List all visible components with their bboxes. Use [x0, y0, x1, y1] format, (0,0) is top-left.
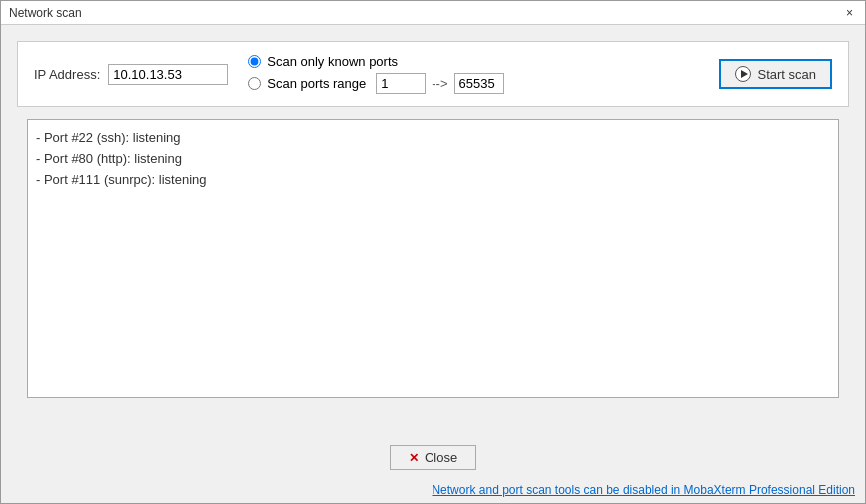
play-icon — [735, 66, 751, 82]
footer-link[interactable]: Network and port scan tools can be disab… — [432, 483, 855, 497]
play-triangle-icon — [741, 70, 748, 78]
window-close-button[interactable]: × — [842, 7, 857, 19]
title-bar: Network scan × — [1, 1, 865, 25]
known-ports-label[interactable]: Scan only known ports — [267, 54, 398, 69]
ip-label: IP Address: — [34, 67, 100, 82]
known-ports-radio[interactable] — [248, 55, 261, 68]
range-end-input[interactable] — [454, 73, 504, 94]
ip-section: IP Address: — [34, 64, 228, 85]
ports-range-row: Scan ports range --> — [248, 73, 503, 94]
results-area: - Port #22 (ssh): listening - Port #80 (… — [27, 119, 839, 398]
start-scan-button[interactable]: Start scan — [719, 59, 832, 89]
radio-section: Scan only known ports Scan ports range -… — [248, 54, 503, 94]
bottom-buttons: ✕ Close — [1, 435, 865, 480]
network-scan-window: Network scan × IP Address: Scan only kno… — [0, 0, 866, 504]
start-scan-label: Start scan — [757, 67, 816, 82]
window-title: Network scan — [9, 6, 82, 20]
close-x-icon: ✕ — [409, 451, 419, 465]
ports-range-label[interactable]: Scan ports range — [267, 76, 366, 91]
range-inputs: --> — [376, 73, 503, 94]
result-line-2: - Port #80 (http): listening — [36, 149, 830, 170]
ports-range-radio[interactable] — [248, 77, 261, 90]
range-start-input[interactable] — [376, 73, 426, 94]
close-button[interactable]: ✕ Close — [390, 445, 476, 470]
ip-input[interactable] — [108, 64, 228, 85]
range-arrow: --> — [432, 76, 447, 91]
known-ports-row: Scan only known ports — [248, 54, 503, 69]
top-panel: IP Address: Scan only known ports Scan p… — [17, 41, 849, 107]
result-line-3: - Port #111 (sunrpc): listening — [36, 170, 830, 191]
footer: Network and port scan tools can be disab… — [1, 480, 865, 503]
result-line-1: - Port #22 (ssh): listening — [36, 128, 830, 149]
content-area: IP Address: Scan only known ports Scan p… — [1, 25, 865, 435]
close-label: Close — [425, 450, 457, 465]
